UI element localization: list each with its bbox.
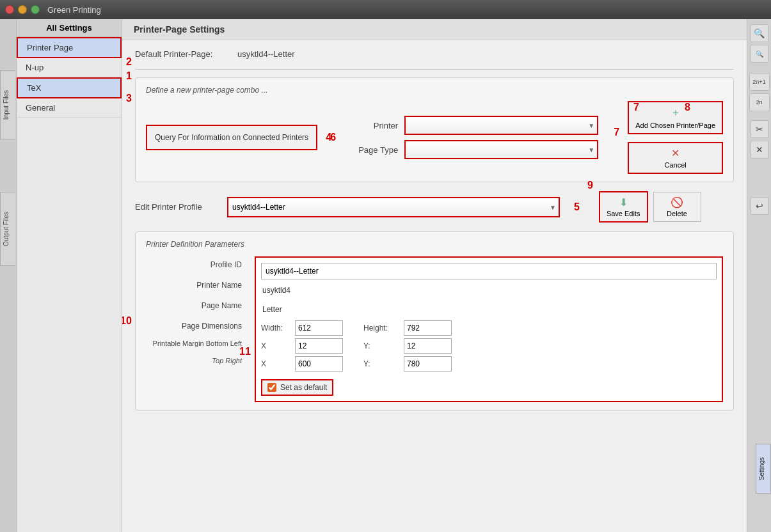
edit-profile-label: Edit Printer Profile [135, 202, 218, 212]
annotation-5: 5 [574, 201, 580, 213]
edit-profile-select[interactable]: usyktld4--Letter [228, 198, 559, 216]
page-type-select[interactable] [406, 141, 597, 158]
printer-name-label: Printer Name [196, 277, 242, 293]
scissors-icon: ✂ [756, 124, 763, 134]
output-files-tab[interactable]: Output Files [0, 192, 15, 266]
annotation-2: 2 [126, 56, 132, 68]
annotation-8: 8 [685, 102, 690, 113]
right-blank1 [751, 170, 768, 188]
annotation-11: 11 [239, 346, 251, 357]
page-dimensions-label: Page Dimensions [182, 318, 242, 334]
minimize-btn[interactable] [18, 5, 27, 14]
tr-y-input[interactable] [404, 356, 452, 372]
cancel-button[interactable]: ✕ Cancel [628, 142, 723, 174]
sidebar-item-tex[interactable]: TeX [17, 77, 122, 98]
width-label: Width: [261, 324, 290, 332]
printer-select[interactable] [406, 117, 597, 134]
undo-button[interactable]: ↩ [751, 197, 768, 215]
save-btn-label: Save Edits [607, 210, 640, 217]
n2n-button[interactable]: 2n [749, 93, 770, 111]
set-default-checkbox[interactable] [267, 383, 276, 392]
annotation-7: 7 [614, 127, 619, 138]
printer-name-value: usyktld4 [261, 282, 717, 299]
scissors-button[interactable]: ✂ [751, 120, 768, 138]
close-right-icon: ✕ [756, 145, 763, 155]
height-input[interactable] [404, 320, 452, 336]
tr-x-label: X [261, 359, 290, 368]
sidebar-item-printer-page[interactable]: Printer Page [17, 37, 122, 58]
save-edits-button[interactable]: ⬇ Save Edits [599, 191, 648, 223]
annotation-10: 10 [122, 315, 132, 327]
input-files-tab[interactable]: Input Files [0, 70, 15, 139]
sidebar-item-nup[interactable]: N-up [17, 58, 122, 77]
annotation-3: 3 [126, 93, 132, 104]
cancel-icon: ✕ [671, 147, 680, 159]
bl-y-label: Y: [363, 341, 399, 350]
profile-id-input[interactable] [261, 263, 717, 279]
default-printer-value: usyktld4--Letter [237, 49, 295, 59]
settings-tab[interactable]: Settings [756, 444, 771, 494]
zoom-out-icon: 🔍 [756, 51, 763, 58]
width-input[interactable] [295, 320, 343, 336]
undo-icon: ↩ [756, 201, 763, 211]
page-type-label: Page Type [347, 145, 398, 155]
page-title: Printer-Page Settings [122, 19, 747, 40]
annotation-7b: 7 [633, 102, 639, 113]
delete-icon: 🚫 [671, 196, 683, 208]
define-section-label: Define a new printer-page combo ... [146, 86, 723, 95]
zoom-out-button[interactable]: 🔍 [751, 45, 768, 63]
delete-button[interactable]: 🚫 Delete [653, 192, 701, 222]
save-icon: ⬇ [619, 196, 628, 208]
delete-btn-label: Delete [667, 210, 687, 217]
query-printers-button[interactable]: Query For Information on Connected Print… [146, 125, 317, 151]
params-header: Printer Definition Parameters [146, 240, 723, 249]
page-name-value: Letter [261, 301, 717, 318]
default-printer-label: Default Printer-Page: [135, 49, 237, 59]
top-right-label: Top Right [212, 357, 242, 364]
add-printer-page-button[interactable]: ＋ Add Chosen Printer/Page [628, 101, 723, 134]
annotation-6: 6 [330, 132, 336, 143]
add-btn-label: Add Chosen Printer/Page [635, 121, 715, 129]
height-label: Height: [363, 324, 399, 332]
profile-id-label: Profile ID [211, 256, 242, 273]
n2n1-label: 2n+1 [752, 79, 765, 85]
annotation-1: 1 [126, 70, 132, 82]
tr-y-label: Y: [363, 359, 399, 368]
page-name-label: Page Name [202, 297, 242, 314]
cancel-btn-label: Cancel [665, 161, 687, 169]
n2n1-button[interactable]: 2n+1 [749, 73, 770, 91]
sidebar-item-general[interactable]: General [17, 98, 122, 118]
printable-margin-label: Printable Margin Bottom Left [153, 340, 242, 347]
bl-y-input[interactable] [404, 338, 452, 354]
add-icon: ＋ [671, 106, 681, 120]
maximize-btn[interactable] [31, 5, 40, 14]
close-btn[interactable] [5, 5, 14, 14]
tr-x-input[interactable] [295, 356, 343, 372]
annotation-9: 9 [587, 180, 593, 191]
zoom-in-button[interactable]: 🔍 [751, 24, 768, 42]
printer-label: Printer [347, 121, 398, 130]
set-default-label: Set as default [280, 383, 327, 392]
bl-x-input[interactable] [295, 338, 343, 354]
close-right-button[interactable]: ✕ [751, 141, 768, 159]
zoom-in-icon: 🔍 [754, 28, 765, 38]
bl-x-label: X [261, 341, 290, 350]
settings-header: All Settings [17, 19, 122, 37]
app-title: Green Printing [47, 5, 101, 15]
n2n-label: 2n [756, 99, 762, 106]
